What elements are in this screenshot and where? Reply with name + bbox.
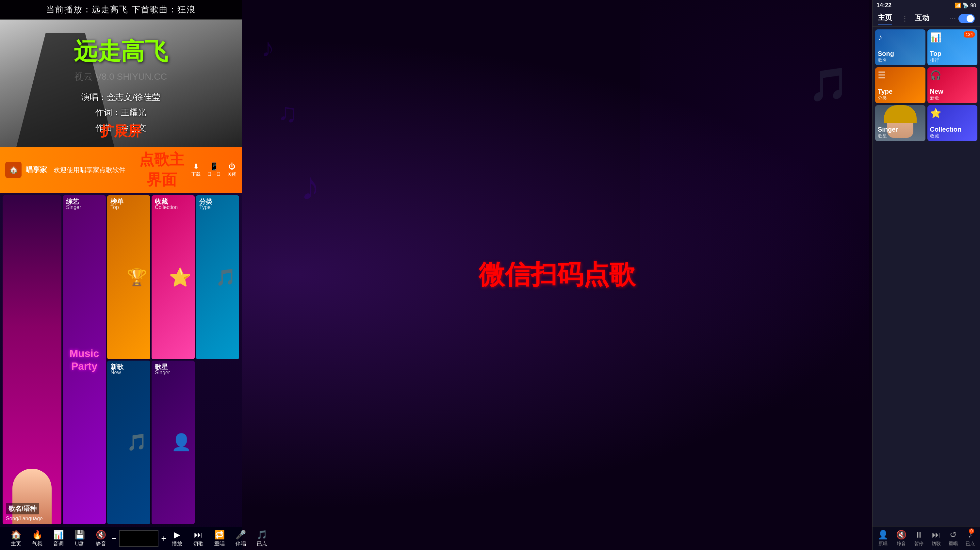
singer-menu-label-en: Singer: [878, 126, 898, 133]
song-menu-label-en: Song: [878, 50, 894, 57]
phone-menu-new[interactable]: 🎧 New 新歌: [928, 67, 978, 103]
category-type[interactable]: 分类 Type 🎵: [196, 195, 239, 359]
phone-menu-top[interactable]: 📊 Top 排行 134: [928, 29, 978, 65]
collection-icon: ⭐: [169, 267, 191, 288]
ui-topbar: 🏠 唱享家 欢迎使用唱享家点歌软件 点歌主界面 ⬇ 下载 📱 日一日 ⏻: [0, 147, 242, 193]
phone-menu-singer[interactable]: Singer 歌星: [875, 105, 926, 141]
phone-skip-button[interactable]: ⏭ 切歌: [932, 530, 941, 547]
mute-button[interactable]: 🔇 静音: [90, 530, 111, 547]
category-variety[interactable]: MusicParty 综艺 Singer: [63, 195, 106, 524]
singer-label-top: 歌名/语种: [6, 503, 39, 514]
repeat-label: 重唱: [214, 540, 225, 547]
play-button[interactable]: ▶ 播放: [167, 530, 188, 547]
phone-toggle[interactable]: [958, 14, 975, 23]
singer-label-sub: Song/Language: [6, 516, 43, 521]
phone-queued-button[interactable]: ♪ 0 已点: [966, 530, 975, 547]
phone-mute-button[interactable]: 🔇 静音: [896, 530, 907, 547]
singer-image: [3, 195, 61, 524]
category-singer[interactable]: 歌名/语种 Song/Language: [3, 195, 61, 524]
skip-icon: ⏭: [194, 530, 202, 540]
original-icon: 👤: [878, 530, 888, 540]
skip-label: 切歌: [193, 540, 204, 547]
phone-queued-label: 已点: [966, 541, 975, 547]
star-icon: 👤: [171, 433, 191, 452]
mute-icon: 🔇: [96, 530, 106, 540]
usb-label: U盘: [75, 540, 84, 547]
top-icon: 🏆: [127, 268, 147, 287]
lyricist-info: 作词：王耀光: [0, 105, 242, 120]
main-title: 点歌主界面: [136, 149, 188, 190]
new-icon: 🎵: [127, 433, 147, 452]
app-name: 唱享家: [25, 165, 47, 175]
usb-icon: 💾: [75, 530, 85, 540]
volume-minus[interactable]: −: [111, 533, 117, 544]
top-menu-label-cn: 排行: [930, 57, 942, 64]
top-menu-icon: 📊: [930, 32, 942, 43]
category-new[interactable]: 新歌 New 🎵: [107, 361, 150, 525]
new-menu-label-en: New: [930, 88, 943, 95]
battery-level: 98: [970, 3, 976, 8]
play-label: 播放: [172, 540, 182, 547]
queued-badge: 0: [969, 528, 974, 534]
music-party-text: MusicParty: [70, 347, 99, 372]
phone-nav-dots[interactable]: ···: [950, 14, 956, 23]
mood-icon: 🔥: [32, 530, 43, 540]
phone-menu-type[interactable]: ☰ Type 分类: [875, 67, 926, 103]
phone-original-button[interactable]: 👤 原唱: [878, 530, 888, 547]
phone-menu-song[interactable]: ♪ Song 歌名: [875, 29, 926, 65]
song-title-display: 远走高飞: [0, 36, 242, 67]
phone-tab-home[interactable]: 主页: [878, 13, 892, 24]
phone-menu-collection[interactable]: ⭐ Collection 收藏: [928, 105, 978, 141]
pause-label: 暂停: [914, 541, 923, 547]
video-text-overlay: 远走高飞 视云 V8.0 SHIYUN.CC 演唱：金志文/徐佳莹 作词：王耀光…: [0, 36, 242, 135]
song-menu-label-cn: 歌名: [878, 57, 894, 64]
download-label: 下载: [191, 172, 200, 177]
phone-pause-button[interactable]: ⏸ 暂停: [914, 530, 923, 547]
close-button[interactable]: ⏻ 关闭: [228, 162, 237, 177]
repeat-button[interactable]: 🔁 重唱: [209, 530, 230, 547]
phone-nav: 主页 ⋮ 互动 ···: [872, 11, 980, 27]
left-section: 当前播放：远走高飞 下首歌曲：狂浪 远走高飞 视云 V8.0 SHIYUN.CC…: [0, 0, 242, 550]
skip-button[interactable]: ⏭ 切歌: [188, 530, 209, 547]
top-sub: Top: [110, 205, 119, 210]
category-star[interactable]: 歌星 Singer 👤: [151, 361, 195, 525]
video-area: 远走高飞 视云 V8.0 SHIYUN.CC 演唱：金志文/徐佳莹 作词：王耀光…: [0, 20, 242, 147]
eq-button[interactable]: 📊 音调: [48, 530, 69, 547]
category-top[interactable]: 榜单 Top 🏆: [107, 195, 150, 359]
expand-screen-label: 扩展屏: [100, 122, 142, 140]
main-container: 当前播放：远走高飞 下首歌曲：狂浪 远走高飞 视云 V8.0 SHIYUN.CC…: [0, 0, 980, 550]
collection-sub: Collection: [155, 205, 178, 210]
close-label: 关闭: [228, 172, 237, 177]
phone-nav-separator: ⋮: [901, 14, 908, 23]
category-collection[interactable]: 收藏 Collection ⭐: [151, 195, 195, 359]
daily-button[interactable]: 📱 日一日: [207, 162, 221, 177]
mood-label: 气氛: [32, 540, 43, 547]
variety-content: MusicParty: [63, 195, 106, 524]
download-icon: ⬇: [193, 162, 199, 171]
now-playing-bar: 当前播放：远走高飞 下首歌曲：狂浪: [0, 0, 242, 20]
original-label: 原唱: [878, 541, 888, 547]
welcome-text: 欢迎使用唱享家点歌软件: [54, 165, 126, 175]
usb-button[interactable]: 💾 U盘: [69, 530, 90, 547]
app-logo: 🏠: [5, 162, 22, 178]
volume-control: − +: [111, 530, 167, 547]
home-button[interactable]: 🏠 主页: [5, 530, 27, 547]
type-sub: Type: [199, 205, 211, 210]
phone-nav-right: ···: [950, 14, 975, 23]
queued-icon-wrap: ♪ 0: [968, 530, 972, 540]
home-icon: 🏠: [11, 530, 21, 540]
home-label: 主页: [11, 540, 21, 547]
new-menu-label-cn: 新歌: [930, 95, 943, 101]
phone-mute-icon: 🔇: [896, 530, 907, 540]
song-menu-icon: ♪: [878, 32, 882, 43]
volume-display: [119, 530, 158, 547]
phone-repeat-button[interactable]: ↺ 重唱: [949, 530, 958, 547]
signal-icon: 📡: [963, 2, 969, 8]
volume-plus[interactable]: +: [161, 533, 166, 544]
mood-button[interactable]: 🔥 气氛: [27, 530, 48, 547]
wifi-icon: 📶: [955, 2, 961, 8]
type-menu-icon: ☰: [878, 70, 886, 81]
repeat-icon: 🔁: [214, 530, 225, 540]
download-button[interactable]: ⬇ 下载: [191, 162, 200, 177]
phone-tab-interact[interactable]: 互动: [915, 13, 929, 24]
